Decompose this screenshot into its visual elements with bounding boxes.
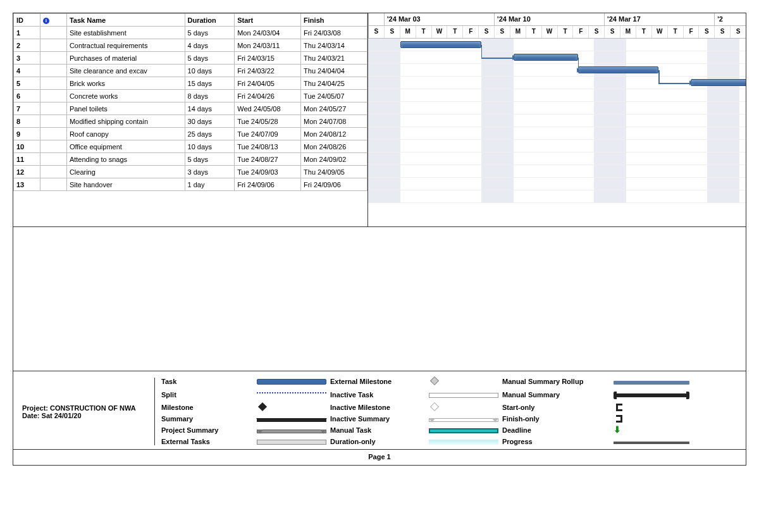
col-header-finish[interactable]: Finish (301, 14, 367, 27)
task-duration[interactable]: 3 days (185, 166, 235, 178)
task-duration[interactable]: 8 days (185, 90, 235, 102)
task-info (40, 166, 66, 178)
task-finish[interactable]: Thu 24/04/25 (301, 77, 367, 90)
task-start[interactable]: Tue 24/05/28 (235, 115, 301, 128)
task-start[interactable]: Tue 24/08/13 (235, 140, 301, 153)
task-start[interactable]: Fri 24/04/26 (235, 90, 301, 102)
task-finish[interactable]: Fri 24/09/06 (301, 178, 367, 191)
col-header-id[interactable]: ID (14, 14, 40, 27)
task-finish[interactable]: Mon 24/08/12 (301, 128, 367, 140)
task-name[interactable]: Roof canopy (66, 128, 185, 140)
task-duration[interactable]: 10 days (185, 140, 235, 153)
task-finish[interactable]: Fri 24/03/08 (301, 27, 367, 39)
task-duration[interactable]: 30 days (185, 115, 235, 128)
col-header-name[interactable]: Task Name (66, 14, 185, 27)
task-row[interactable]: 13Site handover1 dayFri 24/09/06Fri 24/0… (14, 178, 367, 191)
task-start[interactable]: Fri 24/04/05 (235, 77, 301, 90)
swatch-milestone (258, 402, 267, 411)
legend-label-deadline: Deadline (502, 426, 610, 434)
task-duration[interactable]: 4 days (185, 39, 235, 52)
gantt-bar[interactable] (578, 66, 659, 73)
task-row[interactable]: 6Concrete works8 daysFri 24/04/26Tue 24/… (14, 90, 367, 102)
legend-date: Date: Sat 24/01/20 (22, 412, 149, 419)
gantt-link (658, 70, 660, 83)
gantt-print-page: ID i Task Name Duration Start Finish 1Si… (13, 13, 746, 466)
timeline-day-label: S (588, 26, 604, 38)
task-start[interactable]: Tue 24/09/03 (235, 166, 301, 178)
task-finish[interactable]: Mon 24/05/27 (301, 102, 367, 115)
task-name[interactable]: Concrete works (66, 90, 185, 102)
task-duration[interactable]: 15 days (185, 77, 235, 90)
task-name[interactable]: Panel toilets (66, 102, 185, 115)
task-name[interactable]: Clearing (66, 166, 185, 178)
task-info (40, 39, 66, 52)
task-finish[interactable]: Thu 24/03/14 (301, 39, 367, 52)
task-id: 7 (14, 102, 40, 115)
task-start[interactable]: Fri 24/09/06 (235, 178, 301, 191)
timeline-day-label: S (494, 26, 510, 38)
task-start[interactable]: Fri 24/03/22 (235, 65, 301, 77)
col-header-start[interactable]: Start (235, 14, 301, 27)
timeline-week-leading (368, 13, 384, 25)
task-row[interactable]: 9Roof canopy25 daysTue 24/07/09Mon 24/08… (14, 128, 367, 140)
page-footer: Page 1 (13, 450, 746, 465)
gantt-bar[interactable] (400, 41, 481, 48)
col-header-info[interactable]: i (40, 14, 66, 27)
task-name[interactable]: Attending to snags (66, 153, 185, 166)
gantt-pane[interactable]: '24 Mar 03'24 Mar 10'24 Mar 17'2 SSMTWTF… (368, 13, 746, 226)
task-row[interactable]: 5Brick works15 daysFri 24/04/05Thu 24/04… (14, 77, 367, 90)
task-id: 10 (14, 140, 40, 153)
task-finish[interactable]: Thu 24/03/21 (301, 52, 367, 65)
legend-label-psummary: Project Summary (161, 426, 253, 434)
task-start[interactable]: Tue 24/08/27 (235, 153, 301, 166)
task-row[interactable]: 8Modified shipping contain30 daysTue 24/… (14, 115, 367, 128)
swatch-external-tasks (257, 440, 326, 445)
task-duration[interactable]: 10 days (185, 65, 235, 77)
task-duration[interactable]: 5 days (185, 27, 235, 39)
task-name[interactable]: Modified shipping contain (66, 115, 185, 128)
task-duration[interactable]: 5 days (185, 153, 235, 166)
task-start[interactable]: Wed 24/05/08 (235, 102, 301, 115)
task-row[interactable]: 1Site establishment5 daysMon 24/03/04Fri… (14, 27, 367, 39)
task-finish[interactable]: Thu 24/04/04 (301, 65, 367, 77)
task-finish[interactable]: Mon 24/07/08 (301, 115, 367, 128)
timeline-week-row: '24 Mar 03'24 Mar 10'24 Mar 17'2 (368, 13, 746, 26)
task-finish[interactable]: Mon 24/09/02 (301, 153, 367, 166)
task-name[interactable]: Site handover (66, 178, 185, 191)
task-name[interactable]: Contractual requirements (66, 39, 185, 52)
task-finish[interactable]: Mon 24/08/26 (301, 140, 367, 153)
task-duration[interactable]: 1 day (185, 178, 235, 191)
task-start[interactable]: Mon 24/03/04 (235, 27, 301, 39)
gantt-row (368, 152, 746, 165)
task-name[interactable]: Site clearance and excav (66, 65, 185, 77)
arrow-icon (689, 80, 693, 85)
task-name[interactable]: Site establishment (66, 27, 185, 39)
task-row[interactable]: 12Clearing3 daysTue 24/09/03Thu 24/09/05 (14, 166, 367, 178)
timeline-day-label: S (714, 26, 730, 38)
task-start[interactable]: Tue 24/07/09 (235, 128, 301, 140)
task-row[interactable]: 4Site clearance and excav10 daysFri 24/0… (14, 65, 367, 77)
task-info (40, 115, 66, 128)
task-duration[interactable]: 25 days (185, 128, 235, 140)
task-name[interactable]: Purchases of material (66, 52, 185, 65)
task-row[interactable]: 2Contractual requirements4 daysMon 24/03… (14, 39, 367, 52)
task-start[interactable]: Fri 24/03/15 (235, 52, 301, 65)
task-table-pane: ID i Task Name Duration Start Finish 1Si… (13, 13, 368, 226)
task-duration[interactable]: 14 days (185, 102, 235, 115)
task-info (40, 77, 66, 90)
task-row[interactable]: 11Attending to snags5 daysTue 24/08/27Mo… (14, 153, 367, 166)
task-finish[interactable]: Thu 24/09/05 (301, 166, 367, 178)
task-row[interactable]: 7Panel toilets14 daysWed 24/05/08Mon 24/… (14, 102, 367, 115)
task-duration[interactable]: 5 days (185, 52, 235, 65)
timeline-day-label: S (384, 26, 400, 38)
col-header-duration[interactable]: Duration (185, 14, 235, 27)
task-name[interactable]: Office equipment (66, 140, 185, 153)
task-row[interactable]: 10Office equipment10 daysTue 24/08/13Mon… (14, 140, 367, 153)
task-finish[interactable]: Tue 24/05/07 (301, 90, 367, 102)
gantt-bar[interactable] (514, 54, 578, 61)
task-name[interactable]: Brick works (66, 77, 185, 90)
gantt-bar[interactable] (691, 79, 746, 86)
task-row[interactable]: 3Purchases of material5 daysFri 24/03/15… (14, 52, 367, 65)
task-start[interactable]: Mon 24/03/11 (235, 39, 301, 52)
timeline-day-label: F (572, 26, 588, 38)
